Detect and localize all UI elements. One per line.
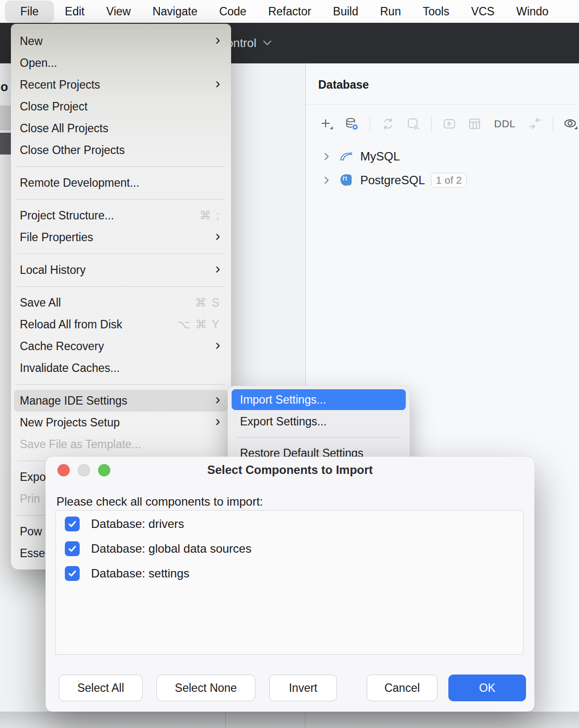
shortcut-label: ⌥ ⌘ Y <box>177 318 220 331</box>
component-label: Database: settings <box>91 567 190 580</box>
menu-separator <box>228 433 410 442</box>
toolbar-separator <box>553 116 553 131</box>
submenu-item-export-settings[interactable]: Export Settings... <box>228 410 410 433</box>
menubar-item-tools[interactable]: Tools <box>412 0 460 22</box>
view-options-button[interactable] <box>562 115 579 133</box>
invert-button[interactable]: Invert <box>269 675 337 701</box>
postgresql-elephant-icon <box>338 173 353 188</box>
menu-separator <box>11 194 231 205</box>
connection-count-badge: 1 of 2 <box>431 173 467 188</box>
tree-row-mysql[interactable]: MySQL <box>306 145 579 168</box>
submenu-arrow-icon <box>215 76 220 91</box>
menubar-item-window[interactable]: Windo <box>505 0 559 22</box>
jump-to-console-button[interactable] <box>440 115 458 133</box>
checkbox-checked[interactable] <box>65 517 80 531</box>
refresh-button[interactable] <box>379 115 397 133</box>
add-data-source-button[interactable] <box>318 115 336 133</box>
submenu-arrow-icon <box>215 337 220 352</box>
ddl-label: DDL <box>494 118 516 130</box>
component-label: Database: global data sources <box>91 542 251 556</box>
menu-item-local-history[interactable]: Local History <box>14 259 228 281</box>
menu-item-open[interactable]: Open... <box>14 52 228 74</box>
disconnect-icon <box>406 116 421 131</box>
expand-chevron-icon[interactable] <box>321 175 333 186</box>
submenu-arrow-icon <box>215 228 220 243</box>
menu-item-new[interactable]: New <box>14 30 228 52</box>
component-label: Database: drivers <box>91 517 184 531</box>
expand-chevron-icon[interactable] <box>321 151 333 162</box>
database-gear-icon <box>344 116 359 131</box>
menu-item-project-structure[interactable]: Project Structure...⌘ ; <box>14 205 228 226</box>
menubar-item-navigate[interactable]: Navigate <box>142 0 208 22</box>
menu-item-reload-all-from-disk[interactable]: Reload All from Disk⌥ ⌘ Y <box>14 313 228 335</box>
status-bar-divider <box>225 712 226 728</box>
menu-item-close-project[interactable]: Close Project <box>14 96 228 117</box>
submenu-item-import-settings[interactable]: Import Settings... <box>232 389 406 410</box>
check-icon <box>67 569 77 578</box>
dialog-title: Select Components to Import <box>46 463 534 477</box>
checkbox-checked[interactable] <box>65 566 80 581</box>
menu-separator <box>11 248 231 259</box>
menu-item-save-file-as-template: Save File as Template... <box>14 433 228 455</box>
component-row-global-data-sources[interactable]: Database: global data sources <box>56 536 523 561</box>
background-band-dark <box>0 133 12 155</box>
version-control-label: ontrol <box>227 36 256 50</box>
tree-label: MySQL <box>360 150 400 163</box>
select-all-button[interactable]: Select All <box>59 675 143 701</box>
toolbar-separator <box>370 116 370 131</box>
menubar-item-file[interactable]: File <box>5 0 54 22</box>
menu-separator <box>11 281 231 292</box>
select-components-dialog: Select Components to Import Please check… <box>46 457 534 712</box>
status-bar-divider <box>305 712 305 728</box>
menubar-item-vcs[interactable]: VCS <box>460 0 505 22</box>
menubar-item-refactor[interactable]: Refactor <box>257 0 322 22</box>
menubar-item-code[interactable]: Code <box>208 0 257 22</box>
submenu-arrow-icon <box>215 32 220 47</box>
menu-item-invalidate-caches[interactable]: Invalidate Caches... <box>14 357 228 379</box>
menu-item-close-other-projects[interactable]: Close Other Projects <box>14 139 228 161</box>
database-toolbar: DDL <box>318 110 579 138</box>
menu-item-recent-projects[interactable]: Recent Projects <box>14 74 228 96</box>
menubar-item-edit[interactable]: Edit <box>54 0 96 22</box>
component-row-settings[interactable]: Database: settings <box>56 561 523 586</box>
select-none-button[interactable]: Select None <box>156 675 255 701</box>
screen: File Edit View Navigate Code Refactor Bu… <box>0 0 579 728</box>
ddl-button[interactable]: DDL <box>491 115 519 133</box>
disconnect-button[interactable] <box>404 115 422 133</box>
menu-item-cache-recovery[interactable]: Cache Recovery <box>14 335 228 357</box>
menu-separator <box>11 161 231 172</box>
menubar-item-build[interactable]: Build <box>322 0 369 22</box>
shortcut-label: ⌘ ; <box>199 209 220 222</box>
toolbar-separator <box>431 116 432 131</box>
menu-item-file-properties[interactable]: File Properties <box>14 226 228 248</box>
menubar-item-run[interactable]: Run <box>369 0 412 22</box>
database-tree: MySQL PostgreSQL 1 of 2 <box>306 145 579 192</box>
menubar-item-view[interactable]: View <box>96 0 142 22</box>
submenu-arrow-icon <box>215 414 220 428</box>
data-source-properties-button[interactable] <box>343 115 361 133</box>
check-icon <box>67 544 77 554</box>
checkbox-checked[interactable] <box>65 541 80 556</box>
menu-item-save-all[interactable]: Save All⌘ S <box>14 292 228 313</box>
check-icon <box>67 519 77 529</box>
cancel-button[interactable]: Cancel <box>367 675 437 701</box>
menu-item-manage-ide-settings[interactable]: Manage IDE Settings <box>14 390 228 412</box>
tree-row-postgresql[interactable]: PostgreSQL 1 of 2 <box>306 168 579 192</box>
menu-item-remote-development[interactable]: Remote Development... <box>14 172 228 194</box>
tree-label: PostgreSQL <box>360 173 425 187</box>
chevron-down-icon <box>263 40 272 46</box>
status-bar-strip <box>0 712 579 728</box>
shortcut-label: ⌘ S <box>195 296 220 310</box>
clipped-background-text: o <box>0 80 8 94</box>
table-icon <box>467 116 482 131</box>
version-control-widget[interactable]: ontrol <box>227 23 272 63</box>
menu-item-close-all-projects[interactable]: Close All Projects <box>14 117 228 139</box>
menu-item-new-projects-setup[interactable]: New Projects Setup <box>14 412 228 433</box>
menu-separator <box>11 379 231 390</box>
open-table-button[interactable] <box>466 115 483 133</box>
apply-ddl-button[interactable] <box>526 115 544 133</box>
component-row-drivers[interactable]: Database: drivers <box>56 512 523 536</box>
database-panel-title: Database <box>318 78 369 92</box>
ok-button[interactable]: OK <box>448 675 526 701</box>
refresh-icon <box>381 116 395 131</box>
